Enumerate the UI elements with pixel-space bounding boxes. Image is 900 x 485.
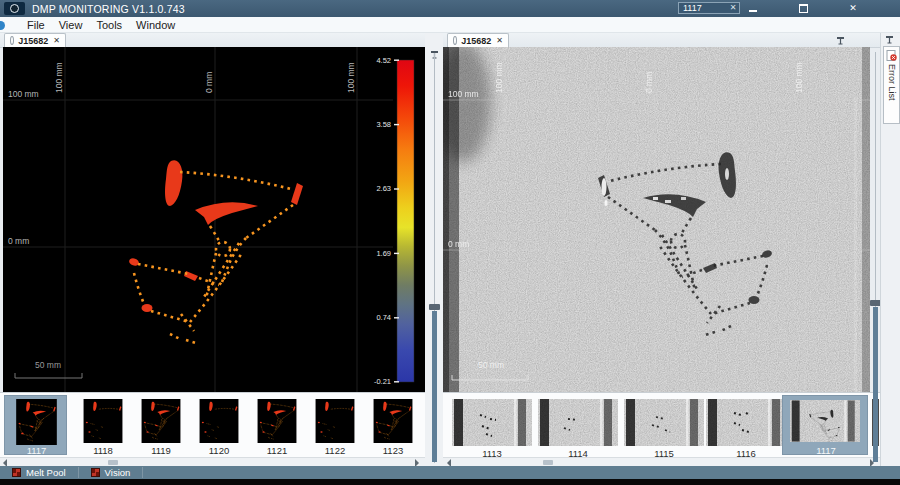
menu-tools[interactable]: Tools: [89, 19, 129, 31]
docked-app-icon[interactable]: [0, 21, 5, 30]
svg-text:0 mm: 0 mm: [644, 72, 654, 93]
menu-window[interactable]: Window: [129, 19, 182, 31]
melt-thumb-label: 1120: [194, 445, 244, 456]
menu-file[interactable]: File: [20, 19, 52, 31]
restore-button[interactable]: [792, 2, 814, 14]
error-list-tab[interactable]: Error List: [883, 46, 900, 124]
melt-thumbstrip: 1117 1118 1119 1120 1121 1122: [0, 392, 425, 458]
melt-thumb-label: 1118: [78, 445, 128, 456]
pin-icon[interactable]: [885, 35, 894, 44]
minimize-button[interactable]: [742, 2, 764, 14]
svg-text:50 mm: 50 mm: [35, 360, 61, 370]
app-icon: [4, 2, 25, 15]
melt-thumb-image[interactable]: [368, 399, 418, 443]
melt-thumb-image[interactable]: [310, 399, 360, 443]
pin-icon[interactable]: [836, 36, 845, 45]
statusbar-tab-vision[interactable]: Vision: [79, 466, 143, 479]
vision-thumb-image[interactable]: [538, 399, 618, 446]
svg-text:100 mm: 100 mm: [494, 62, 504, 93]
melt-vslider-grip[interactable]: [429, 304, 440, 310]
svg-text:0.74: 0.74: [376, 313, 391, 322]
vision-thumb-image[interactable]: [624, 399, 704, 446]
close-button[interactable]: ✕: [842, 2, 864, 14]
melt-pool-icon: [12, 468, 21, 477]
title-bar: DMP MONITORING V1.1.0.743 1117 ✕ ✕: [0, 0, 900, 17]
vision-thumb-image: [790, 399, 860, 443]
statusbar-divider: [142, 467, 143, 478]
scroll-thumb[interactable]: [543, 460, 553, 465]
melt-thumb-label: 1122: [310, 445, 360, 456]
clear-input-icon[interactable]: ✕: [727, 3, 739, 12]
melt-thumb-image: [10, 399, 63, 445]
melt-tab-label: J15682: [18, 36, 48, 46]
melt-thumb-label: 1121: [252, 445, 302, 456]
vision-thumbstrip: 1113 1114 1115 1116: [443, 392, 880, 458]
app-window: DMP MONITORING V1.1.0.743 1117 ✕ ✕ File …: [0, 0, 900, 485]
minimize-icon: [749, 10, 757, 12]
svg-text:100 mm: 100 mm: [346, 62, 356, 93]
restore-icon: [799, 4, 808, 13]
svg-text:0 mm: 0 mm: [448, 239, 469, 249]
error-list-icon: [886, 50, 897, 61]
melt-tab-j15682[interactable]: J15682 ✕: [4, 33, 66, 47]
svg-text:50 mm: 50 mm: [478, 360, 504, 370]
vision-icon: [91, 468, 100, 477]
tab-status-icon: [453, 36, 457, 45]
vision-thumb-label: 1117: [783, 445, 869, 456]
melt-thumb-image[interactable]: [194, 399, 244, 443]
melt-thumb-selected[interactable]: 1117: [4, 395, 67, 455]
svg-text:100 mm: 100 mm: [54, 62, 64, 93]
vision-tab-label: J15682: [461, 36, 491, 46]
melt-thumb-label: 1117: [5, 445, 68, 456]
bottom-edge: [0, 479, 900, 485]
lens-icon: [10, 4, 19, 13]
vision-tab-j15682[interactable]: J15682 ✕: [447, 33, 509, 47]
melt-tabstrip: J15682 ✕: [0, 33, 425, 48]
svg-text:1.69: 1.69: [376, 249, 391, 258]
vision-thumb-selected[interactable]: 1117: [782, 395, 868, 455]
vision-label: Vision: [105, 467, 131, 478]
melt-vslider-thumb[interactable]: [432, 311, 437, 462]
status-bar: Melt Pool Vision: [0, 466, 900, 479]
menu-view[interactable]: View: [52, 19, 90, 31]
vision-thumb-image[interactable]: [706, 399, 786, 446]
error-list-strip: Error List: [880, 33, 900, 466]
svg-text:100 mm: 100 mm: [794, 62, 804, 93]
melt-thumb-image[interactable]: [252, 399, 302, 443]
melt-thumb-image[interactable]: [136, 399, 186, 443]
menu-bar: File View Tools Window: [0, 17, 900, 33]
melt-pool-label: Melt Pool: [26, 467, 66, 478]
svg-text:100 mm: 100 mm: [448, 89, 479, 99]
panel-splitter[interactable]: [425, 33, 443, 466]
vision-vslider-thumb[interactable]: [873, 307, 878, 462]
svg-text:4.52: 4.52: [376, 56, 391, 65]
melt-tab-close-icon[interactable]: ✕: [53, 37, 60, 45]
scroll-thumb[interactable]: [108, 460, 118, 465]
error-list-label: Error List: [887, 64, 897, 101]
frame-number-value[interactable]: 1117: [679, 3, 727, 13]
tab-status-icon: [10, 36, 14, 45]
melt-thumb-image[interactable]: [78, 399, 128, 443]
statusbar-tab-melt-pool[interactable]: Melt Pool: [0, 466, 78, 479]
melt-pool-canvas[interactable]: 100 mm 0 mm 100 mm 100 mm 0 mm 50 mm 4.5…: [3, 47, 425, 392]
vision-canvas[interactable]: 100 mm 0 mm 100 mm 100 mm 0 mm 50 mm: [443, 47, 870, 392]
svg-text:100 mm: 100 mm: [8, 89, 39, 99]
vision-tab-close-icon[interactable]: ✕: [496, 37, 503, 45]
svg-text:0 mm: 0 mm: [204, 72, 214, 93]
frame-number-input[interactable]: 1117 ✕: [678, 2, 740, 14]
svg-text:0 mm: 0 mm: [8, 236, 29, 246]
svg-text:3.58: 3.58: [376, 120, 391, 129]
vision-tabstrip: J15682 ✕: [443, 33, 880, 48]
svg-text:-0.21: -0.21: [374, 377, 391, 386]
window-title: DMP MONITORING V1.1.0.743: [32, 3, 185, 15]
melt-thumb-label: 1119: [136, 445, 186, 456]
melt-thumb-label: 1123: [368, 445, 418, 456]
vision-right-band: [862, 47, 870, 392]
vision-thumb-image[interactable]: [452, 399, 532, 446]
svg-text:2.63: 2.63: [376, 184, 391, 193]
